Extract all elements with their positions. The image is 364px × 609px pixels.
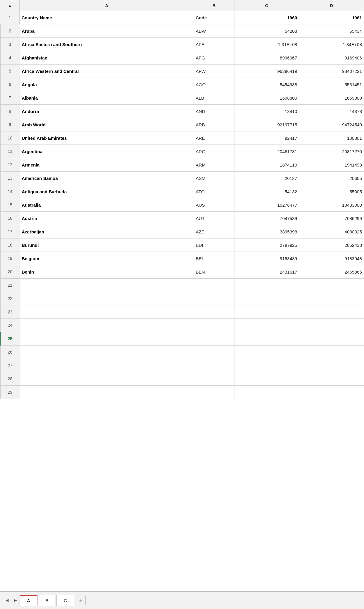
cell-16-b[interactable]: AUT [194,212,234,225]
cell-28-c[interactable] [234,372,299,386]
cell-16-c[interactable]: 7047539 [234,212,299,225]
cell-14-b[interactable]: ATG [194,185,234,198]
cell-13-a[interactable]: American Samoa [20,172,194,185]
cell-16-d[interactable]: 7086299 [299,212,364,225]
cell-24-d[interactable] [299,319,364,332]
cell-19-c[interactable]: 9153489 [234,252,299,265]
cell-21-a[interactable] [20,279,194,292]
add-sheet-button[interactable]: + [76,596,86,605]
cell-15-a[interactable]: Australia [20,198,194,212]
cell-20-d[interactable]: 2465865 [299,265,364,279]
tab-nav-prev[interactable]: ◄ [3,596,11,605]
cell-9-b[interactable]: ARB [194,118,234,131]
cell-12-d[interactable]: 1941498 [299,158,364,172]
cell-9-d[interactable]: 94724540 [299,118,364,131]
cell-3-b[interactable]: AFE [194,38,234,51]
cell-1-d[interactable]: 1961 [299,11,364,24]
cell-10-c[interactable]: 92417 [234,131,299,145]
cell-5-a[interactable]: Africa Western and Central [20,65,194,78]
cell-8-d[interactable]: 14378 [299,105,364,118]
col-header-d[interactable]: D [299,0,364,11]
cell-25-a[interactable] [20,332,194,346]
cell-26-a[interactable] [20,346,194,359]
cell-20-c[interactable]: 2431617 [234,265,299,279]
cell-23-c[interactable] [234,305,299,319]
cell-12-a[interactable]: Armenia [20,158,194,172]
cell-5-c[interactable]: 96396419 [234,65,299,78]
sheet-tab-b[interactable]: B [38,595,56,606]
cell-20-b[interactable]: BEN [194,265,234,279]
cell-2-a[interactable]: Aruba [20,24,194,38]
cell-11-c[interactable]: 20481781 [234,145,299,158]
cell-19-b[interactable]: BEL [194,252,234,265]
cell-13-b[interactable]: ASM [194,172,234,185]
cell-12-c[interactable]: 1874119 [234,158,299,172]
cell-10-a[interactable]: United Arab Emirates [20,131,194,145]
cell-14-c[interactable]: 54132 [234,185,299,198]
cell-10-b[interactable]: ARE [194,131,234,145]
cell-7-b[interactable]: ALB [194,91,234,105]
tab-nav-next[interactable]: ► [11,596,20,605]
cell-23-d[interactable] [299,305,364,319]
cell-26-d[interactable] [299,346,364,359]
cell-1-b[interactable]: Code [194,11,234,24]
cell-3-a[interactable]: Africa Eastern and Southern [20,38,194,51]
cell-6-c[interactable]: 5454938 [234,78,299,91]
cell-4-c[interactable]: 8996967 [234,51,299,65]
cell-23-a[interactable] [20,305,194,319]
cell-15-c[interactable]: 10276477 [234,198,299,212]
cell-1-a[interactable]: Country Name [20,11,194,24]
cell-27-c[interactable] [234,359,299,372]
cell-8-c[interactable]: 13410 [234,105,299,118]
cell-23-b[interactable] [194,305,234,319]
cell-28-b[interactable] [194,372,234,386]
cell-15-b[interactable]: AUS [194,198,234,212]
cell-27-d[interactable] [299,359,364,372]
cell-13-c[interactable]: 20127 [234,172,299,185]
cell-27-b[interactable] [194,359,234,372]
cell-15-d[interactable]: 10483000 [299,198,364,212]
sheet-tab-a[interactable]: A [20,595,37,606]
cell-26-b[interactable] [194,346,234,359]
cell-18-a[interactable]: Burundi [20,238,194,252]
cell-14-a[interactable]: Antigua and Barbuda [20,185,194,198]
cell-17-a[interactable]: Azerbaijan [20,225,194,238]
cell-6-a[interactable]: Angola [20,78,194,91]
cell-29-a[interactable] [20,386,194,399]
cell-9-a[interactable]: Arab World [20,118,194,131]
cell-5-d[interactable]: 98407221 [299,65,364,78]
cell-27-a[interactable] [20,359,194,372]
cell-12-b[interactable]: ARM [194,158,234,172]
cell-8-b[interactable]: AND [194,105,234,118]
cell-2-c[interactable]: 54208 [234,24,299,38]
cell-11-a[interactable]: Argentina [20,145,194,158]
cell-21-b[interactable] [194,279,234,292]
cell-18-b[interactable]: BDI [194,238,234,252]
col-header-b[interactable]: B [194,0,234,11]
cell-19-a[interactable]: Belgium [20,252,194,265]
cell-16-a[interactable]: Austria [20,212,194,225]
cell-22-b[interactable] [194,292,234,305]
cell-28-a[interactable] [20,372,194,386]
cell-8-a[interactable]: Andorra [20,105,194,118]
cell-24-a[interactable] [20,319,194,332]
cell-7-c[interactable]: 1608800 [234,91,299,105]
cell-29-b[interactable] [194,386,234,399]
col-header-c[interactable]: C [234,0,299,11]
cell-17-b[interactable]: AZE [194,225,234,238]
cell-25-b[interactable] [194,332,234,346]
cell-18-c[interactable]: 2797925 [234,238,299,252]
cell-14-d[interactable]: 55005 [299,185,364,198]
cell-10-d[interactable]: 100801 [299,131,364,145]
cell-25-d[interactable] [299,332,364,346]
cell-21-d[interactable] [299,279,364,292]
cell-5-b[interactable]: AFW [194,65,234,78]
cell-19-d[interactable]: 9183948 [299,252,364,265]
cell-2-d[interactable]: 55434 [299,24,364,38]
cell-25-c[interactable] [234,332,299,346]
cell-22-a[interactable] [20,292,194,305]
cell-24-c[interactable] [234,319,299,332]
cell-6-b[interactable]: AGO [194,78,234,91]
cell-9-c[interactable]: 92197715 [234,118,299,131]
cell-3-d[interactable]: 1.34E+08 [299,38,364,51]
